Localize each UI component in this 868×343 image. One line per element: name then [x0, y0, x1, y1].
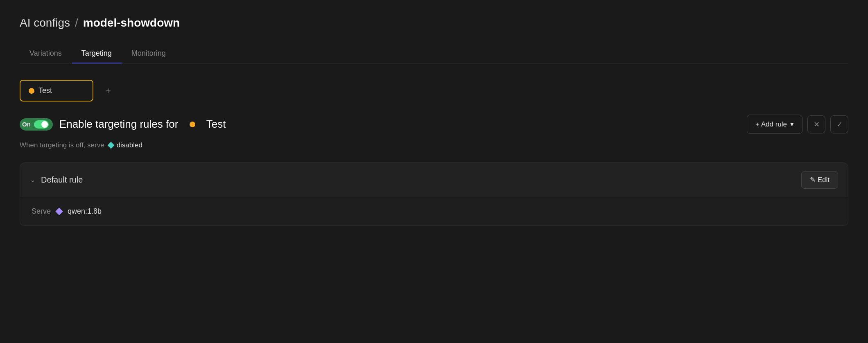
targeting-actions: + Add rule ▾ ✕ ✓ — [747, 115, 848, 134]
env-name-test: Test — [38, 86, 52, 95]
env-indicator-dot — [190, 122, 195, 127]
edit-label: ✎ Edit — [810, 176, 830, 184]
environment-row: Test + — [20, 80, 848, 102]
tab-monitoring[interactable]: Monitoring — [122, 44, 176, 63]
rule-header-left: ⌄ Default rule — [30, 175, 83, 185]
breadcrumb: AI configs / model-showdown — [20, 16, 848, 29]
targeting-toggle[interactable]: On — [20, 118, 53, 131]
disabled-label: disabled — [117, 141, 142, 149]
targeting-header: On Enable targeting rules for Test + Add… — [20, 115, 848, 134]
targeting-env-name: Test — [206, 118, 226, 131]
rule-title: Default rule — [41, 175, 83, 185]
check-icon: ✓ — [836, 120, 843, 129]
toggle-switch[interactable] — [34, 120, 49, 129]
add-environment-button[interactable]: + — [100, 83, 116, 99]
add-rule-chevron-icon: ▾ — [790, 120, 794, 129]
tab-targeting[interactable]: Targeting — [72, 44, 122, 63]
teal-diamond-icon — [107, 142, 114, 149]
subtitle-text: When targeting is off, serve — [20, 141, 104, 149]
purple-diamond-icon — [55, 208, 63, 215]
add-rule-label: + Add rule — [755, 120, 787, 129]
serve-row: Serve qwen:1.8b — [32, 207, 836, 216]
environment-tab-test[interactable]: Test — [20, 80, 93, 102]
model-name: model-showdown — [83, 16, 180, 29]
ai-configs-link[interactable]: AI configs — [20, 16, 70, 29]
targeting-title: Enable targeting rules for Test — [59, 118, 226, 131]
edit-button[interactable]: ✎ Edit — [801, 171, 838, 189]
serve-label: Serve — [32, 207, 51, 216]
tab-variations[interactable]: Variations — [20, 44, 72, 63]
targeting-title-text: Enable targeting rules for — [59, 118, 179, 131]
rule-header: ⌄ Default rule ✎ Edit — [20, 163, 848, 197]
disabled-badge: disabled — [108, 141, 142, 149]
close-button[interactable]: ✕ — [807, 115, 825, 133]
rule-body: Serve qwen:1.8b — [20, 197, 848, 226]
toggle-label: On — [22, 121, 31, 128]
breadcrumb-separator: / — [75, 16, 78, 29]
serve-value: qwen:1.8b — [68, 207, 102, 216]
targeting-left: On Enable targeting rules for Test — [20, 118, 226, 131]
chevron-down-icon[interactable]: ⌄ — [30, 176, 35, 184]
targeting-subtitle: When targeting is off, serve disabled — [20, 141, 848, 149]
rule-card-default: ⌄ Default rule ✎ Edit Serve qwen:1.8b — [20, 162, 848, 226]
close-icon: ✕ — [814, 120, 820, 129]
add-rule-button[interactable]: + Add rule ▾ — [747, 115, 802, 134]
confirm-button[interactable]: ✓ — [830, 115, 848, 133]
env-dot-test — [29, 88, 34, 94]
tab-bar: Variations Targeting Monitoring — [20, 44, 848, 63]
